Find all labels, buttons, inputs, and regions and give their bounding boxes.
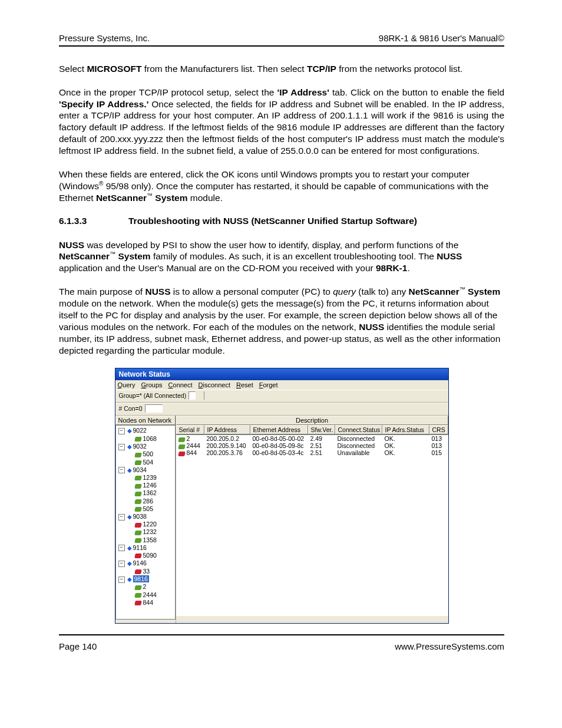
nodes-header[interactable]: Nodes on Network <box>115 416 176 425</box>
tree-node-1358[interactable]: 1358 <box>117 536 174 544</box>
menubar[interactable]: QueryGroupsConnectDisconnectResetForget <box>115 380 448 390</box>
footer-right: www.PressureSystems.com <box>395 641 504 651</box>
tree-node-286[interactable]: 286 <box>117 498 174 505</box>
col-header[interactable]: Ethernet Address <box>250 425 308 434</box>
tree-node-1246[interactable]: 1246 <box>117 482 174 489</box>
tree-node-9816[interactable]: −◆9816 <box>117 575 174 584</box>
tree-node-2[interactable]: 2 <box>117 583 174 591</box>
table-row[interactable]: 2444200.205.9.14000-e0-8d-05-09-8c2.51Di… <box>176 442 448 449</box>
page-footer: Page 140 www.PressureSystems.com <box>59 641 504 651</box>
con-label: # Con=0 <box>119 405 143 412</box>
tree-node-844[interactable]: 844 <box>117 599 174 607</box>
con-input[interactable] <box>145 404 163 413</box>
table-row[interactable]: 2200.205.0.200-e0-8d-05-00-022.49Disconn… <box>176 435 448 442</box>
tree-node-9022[interactable]: −◆9022 <box>117 427 174 435</box>
tree-node-1232[interactable]: 1232 <box>117 528 174 536</box>
table-row[interactable]: 844200.205.3.7600-e0-8d-05-03-4c2.51Unav… <box>176 449 448 456</box>
col-header[interactable]: IP Adrs.Status <box>382 425 429 434</box>
grid-header-row[interactable]: Serial #IP AddressEthernet AddressSfw.Ve… <box>176 425 448 435</box>
tree-view[interactable]: −◆90221068−◆9032500504−◆9034123912461362… <box>115 425 176 620</box>
tree-node-9034[interactable]: −◆9034 <box>117 466 174 475</box>
grid-body[interactable]: 2200.205.0.200-e0-8d-05-00-022.49Disconn… <box>176 435 448 616</box>
toolbar-2: # Con=0 <box>115 403 448 416</box>
tree-node-9032[interactable]: −◆9032 <box>117 443 174 451</box>
tree-node-505[interactable]: 505 <box>117 505 174 513</box>
description-header: Description <box>176 416 448 425</box>
network-status-window: Network Status QueryGroupsConnectDisconn… <box>115 368 449 624</box>
group-input[interactable] <box>189 391 196 400</box>
col-header[interactable]: IP Address <box>204 425 250 434</box>
menu-connect[interactable]: Connect <box>168 381 193 388</box>
menu-disconnect[interactable]: Disconnect <box>199 381 230 388</box>
menu-query[interactable]: Query <box>118 381 135 388</box>
col-header[interactable]: CRS <box>429 425 448 434</box>
menu-reset[interactable]: Reset <box>236 381 253 388</box>
section-heading: 6.1.3.3Troubleshooting with NUSS (NetSca… <box>59 216 504 226</box>
tree-node-9146[interactable]: −◆9146 <box>117 559 174 568</box>
tree-node-504[interactable]: 504 <box>117 459 174 466</box>
toolbar: Group=* (All Connected) <box>115 390 448 403</box>
paragraph-1: Select MICROSOFT from the Manufacturers … <box>59 63 504 75</box>
header-rule <box>59 45 504 47</box>
tree-node-1068[interactable]: 1068 <box>117 435 174 443</box>
tree-node-1239[interactable]: 1239 <box>117 474 174 482</box>
footer-left: Page 140 <box>59 641 97 651</box>
header-left: Pressure Systems, Inc. <box>59 33 150 43</box>
menu-forget[interactable]: Forget <box>259 381 278 388</box>
window-titlebar[interactable]: Network Status <box>115 368 448 380</box>
tree-node-1220[interactable]: 1220 <box>117 521 174 528</box>
col-header[interactable]: Serial # <box>176 425 204 434</box>
tree-node-5090[interactable]: 5090 <box>117 552 174 559</box>
footer-rule <box>59 634 504 635</box>
paragraph-5: The main purpose of NUSS is to allow a p… <box>59 286 504 356</box>
tree-node-9038[interactable]: −◆9038 <box>117 513 174 521</box>
group-label: Group=* (All Connected) <box>119 392 187 399</box>
col-header[interactable]: Sfw.Ver. <box>308 425 335 434</box>
page-header: Pressure Systems, Inc. 98RK-1 & 9816 Use… <box>59 33 504 43</box>
col-header[interactable]: Connect.Status <box>335 425 382 434</box>
tree-node-9116[interactable]: −◆9116 <box>117 544 174 552</box>
header-right: 98RK-1 & 9816 User's Manual© <box>379 33 504 43</box>
menu-groups[interactable]: Groups <box>141 381 162 388</box>
tree-node-33[interactable]: 33 <box>117 568 174 575</box>
tree-node-500[interactable]: 500 <box>117 450 174 458</box>
tree-node-2444[interactable]: 2444 <box>117 591 174 599</box>
tree-node-1362[interactable]: 1362 <box>117 489 174 497</box>
paragraph-2: Once in the proper TCP/IP protocol setup… <box>59 87 504 157</box>
paragraph-4: NUSS was developed by PSI to show the us… <box>59 239 504 275</box>
paragraph-3: When these fields are entered, click the… <box>59 169 504 204</box>
